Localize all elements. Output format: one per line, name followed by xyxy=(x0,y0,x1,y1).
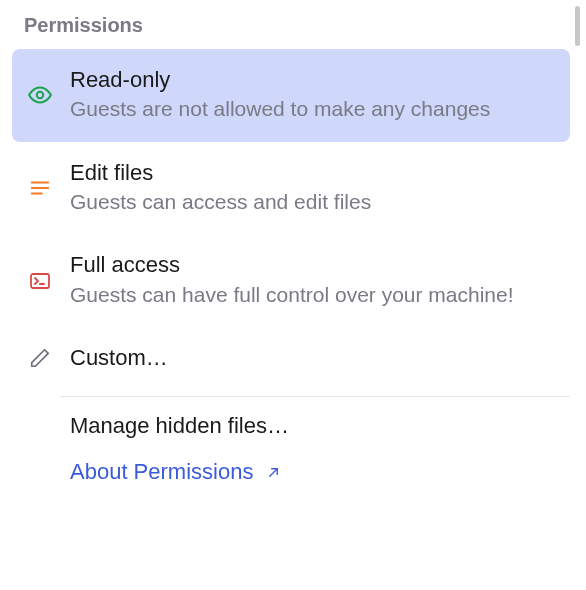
option-read-only[interactable]: Read-only Guests are not allowed to make… xyxy=(12,49,570,142)
option-desc: Guests are not allowed to make any chang… xyxy=(70,95,552,123)
option-desc: Guests can have full control over your m… xyxy=(70,281,552,309)
option-desc: Guests can access and edit files xyxy=(70,188,552,216)
option-title: Full access xyxy=(70,252,552,278)
option-text: Full access Guests can have full control… xyxy=(70,252,552,309)
svg-rect-4 xyxy=(31,274,49,288)
svg-point-0 xyxy=(37,92,44,99)
pencil-icon xyxy=(26,347,54,369)
scrollbar-thumb[interactable] xyxy=(575,6,580,46)
svg-line-6 xyxy=(269,469,277,477)
lines-icon xyxy=(26,177,54,199)
terminal-icon xyxy=(26,269,54,293)
section-title: Permissions xyxy=(24,14,570,37)
permissions-panel: Permissions Read-only Guests are not all… xyxy=(0,0,586,511)
about-text: About Permissions xyxy=(70,459,253,484)
option-edit-files[interactable]: Edit files Guests can access and edit fi… xyxy=(12,142,570,235)
option-text: Custom… xyxy=(70,345,552,371)
external-link-icon xyxy=(266,459,281,484)
about-label: About Permissions xyxy=(70,459,281,485)
option-title: Read-only xyxy=(70,67,552,93)
about-permissions-link[interactable]: About Permissions xyxy=(12,449,570,495)
option-title: Custom… xyxy=(70,345,552,371)
option-title: Edit files xyxy=(70,160,552,186)
manage-hidden-files[interactable]: Manage hidden files… xyxy=(12,403,570,449)
manage-hidden-label: Manage hidden files… xyxy=(70,413,289,439)
option-full-access[interactable]: Full access Guests can have full control… xyxy=(12,234,570,327)
eye-icon xyxy=(26,82,54,108)
option-text: Read-only Guests are not allowed to make… xyxy=(70,67,552,124)
option-custom[interactable]: Custom… xyxy=(12,327,570,389)
divider xyxy=(60,396,570,397)
option-text: Edit files Guests can access and edit fi… xyxy=(70,160,552,217)
